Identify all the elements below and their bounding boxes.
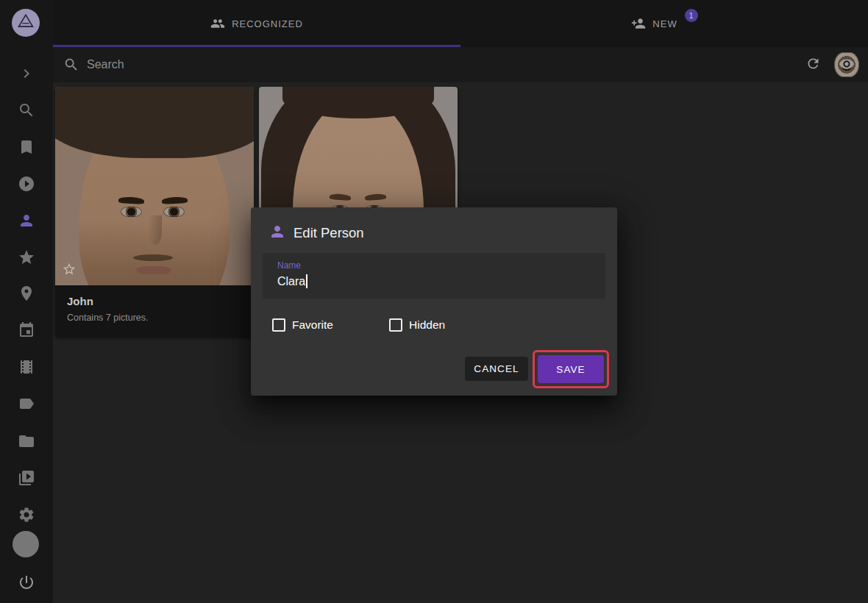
person-icon: [268, 223, 286, 243]
text-caret: [306, 274, 307, 288]
person-picture-count: Contains 7 pictures.: [67, 313, 242, 323]
tab-new[interactable]: NEW 1: [460, 0, 868, 47]
sidebar-item-labels[interactable]: [18, 395, 35, 413]
name-field-label: Name: [277, 260, 301, 271]
sidebar-item-people[interactable]: [18, 212, 35, 229]
refresh-icon: [805, 56, 821, 74]
favorite-checkbox-label: Favorite: [292, 318, 333, 332]
checkbox-unchecked-icon: [272, 318, 285, 332]
app-logo[interactable]: [12, 9, 40, 37]
people-icon: [210, 16, 225, 31]
play-circle-icon: [18, 175, 35, 193]
user-avatar[interactable]: [13, 531, 39, 557]
gear-icon: [18, 506, 35, 524]
prism-triangle-icon: [15, 10, 37, 35]
sidebar-item-videos[interactable]: [18, 175, 35, 193]
search-icon: [18, 101, 35, 119]
calendar-icon: [18, 321, 35, 339]
sidebar-item-search[interactable]: [18, 101, 35, 119]
dialog-title: Edit Person: [294, 225, 364, 241]
sidebar-item-expand[interactable]: [18, 65, 35, 82]
sidebar-item-albums[interactable]: [18, 138, 35, 156]
visibility-button[interactable]: [834, 52, 859, 77]
bookmark-icon: [18, 138, 35, 156]
sidebar-item-settings[interactable]: [18, 506, 35, 524]
app-root: RECOGNIZED NEW 1: [0, 0, 868, 603]
sidebar-item-moments[interactable]: [18, 358, 35, 376]
sidebar: [0, 0, 53, 603]
search-input[interactable]: [87, 53, 719, 76]
filmstrip-icon: [18, 358, 35, 376]
person-photo[interactable]: [55, 87, 254, 285]
video-library-icon: [18, 469, 35, 487]
search-icon: [63, 57, 79, 76]
tab-recognized[interactable]: RECOGNIZED: [53, 0, 460, 47]
power-icon: [18, 574, 35, 591]
tab-recognized-label: RECOGNIZED: [232, 18, 303, 29]
star-icon: [18, 249, 35, 266]
sidebar-item-library[interactable]: [18, 469, 35, 487]
checkbox-unchecked-icon: [389, 318, 402, 332]
star-outline-icon[interactable]: [62, 262, 77, 279]
folder-icon: [18, 432, 35, 450]
person-card-john[interactable]: John Contains 7 pictures.: [55, 87, 254, 337]
favorite-checkbox[interactable]: Favorite: [272, 318, 333, 332]
person-icon: [18, 212, 35, 229]
sidebar-item-logout[interactable]: [18, 574, 35, 591]
person-card-footer: John Contains 7 pictures.: [55, 285, 254, 337]
sidebar-item-calendar[interactable]: [18, 321, 35, 339]
edit-person-dialog: Edit Person Name Clara Favorite Hidden C…: [251, 207, 617, 396]
top-bar: RECOGNIZED NEW 1: [0, 0, 868, 47]
label-icon: [18, 395, 35, 413]
save-button[interactable]: SAVE: [538, 355, 604, 383]
hidden-checkbox-label: Hidden: [409, 318, 445, 332]
hidden-checkbox[interactable]: Hidden: [389, 318, 445, 332]
eye-icon: [839, 56, 855, 74]
cancel-button[interactable]: CANCEL: [465, 357, 528, 381]
person-name: John: [67, 295, 242, 307]
sidebar-item-favorites[interactable]: [18, 249, 35, 266]
search-toolbar: [53, 47, 868, 82]
refresh-button[interactable]: [800, 52, 825, 77]
sidebar-item-folders[interactable]: [18, 432, 35, 450]
name-input[interactable]: Name Clara: [263, 253, 605, 299]
chevron-right-icon: [18, 65, 35, 82]
face-art-hair: [55, 87, 254, 158]
new-count-badge: 1: [685, 9, 698, 22]
name-field-value: Clara: [277, 274, 307, 288]
tab-bar: RECOGNIZED NEW 1: [53, 0, 868, 47]
tab-new-label: NEW: [652, 18, 677, 29]
person-add-icon: [631, 16, 646, 31]
map-pin-icon: [18, 285, 35, 302]
sidebar-item-places[interactable]: [18, 285, 35, 302]
